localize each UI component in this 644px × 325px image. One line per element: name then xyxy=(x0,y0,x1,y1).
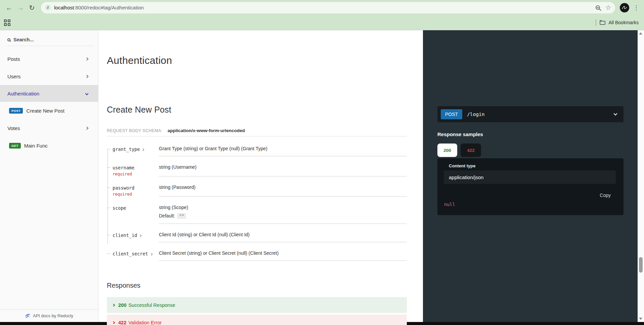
sample-block: Content type application/json Copy null xyxy=(437,158,624,215)
field-description: Client Id (string) or Client Id (null) (… xyxy=(159,232,407,242)
browser-menu-icon[interactable]: ⋮ xyxy=(633,4,639,11)
page-scrollbar xyxy=(638,30,644,322)
field-description: Client Secret (string) or Client Secret … xyxy=(159,250,407,261)
field-name: scope xyxy=(107,205,159,224)
copy-button[interactable]: Copy xyxy=(600,193,611,198)
url-text[interactable]: localhost:8000/redoc#tag/Authentication xyxy=(54,5,144,10)
responses-title: Responses xyxy=(107,282,407,289)
field-name[interactable]: client_secret xyxy=(107,250,159,261)
site-info-icon[interactable]: i xyxy=(45,5,51,10)
tab-200[interactable]: 200 xyxy=(437,144,457,157)
response-row-200[interactable]: 200 Successful Response xyxy=(107,297,407,313)
default-value-chip: "" xyxy=(177,213,186,219)
sample-code: null xyxy=(437,202,624,207)
forward-button[interactable]: → xyxy=(15,2,26,13)
chevron-right-icon xyxy=(85,126,89,130)
expand-chevron-icon xyxy=(112,303,115,306)
scroll-up-arrow[interactable] xyxy=(639,32,642,35)
content-type-label: Content type xyxy=(449,163,624,168)
browser-chrome: ← → ↻ i localhost:8000/redoc#tag/Authent… xyxy=(0,0,644,30)
redocly-logo-icon xyxy=(25,313,31,318)
operation-title: Create New Post xyxy=(107,105,407,115)
tab-groups-icon[interactable] xyxy=(4,19,10,26)
address-bar[interactable]: i localhost:8000/redoc#tag/Authenticatio… xyxy=(41,2,615,13)
chevron-right-icon xyxy=(85,75,89,78)
sidebar-nav: Posts Users Authentication POST Create N… xyxy=(0,50,98,154)
expand-chevron-icon xyxy=(142,149,144,151)
get-method-badge: GET xyxy=(9,143,21,149)
request-body-schema: REQUEST BODY SCHEMA: application/x-www-f… xyxy=(107,128,407,133)
sample-tabs: 200 422 xyxy=(437,144,624,157)
right-panel: POST /login Response samples 200 422 Con… xyxy=(423,30,638,322)
sidebar-item-authentication[interactable]: Authentication xyxy=(0,85,98,102)
endpoint-bar[interactable]: POST /login xyxy=(437,106,624,122)
scroll-thumb[interactable] xyxy=(639,257,643,273)
response-label: Successful Response xyxy=(128,302,175,308)
bookmark-star-icon[interactable]: ☆ xyxy=(605,4,611,11)
content-type-select[interactable]: application/json xyxy=(444,170,616,184)
field-row-grant-type: grant_type Grant Type (string) or Grant … xyxy=(107,146,407,156)
schema-label: REQUEST BODY SCHEMA: xyxy=(107,128,162,133)
required-label: required xyxy=(113,172,159,176)
post-method-badge: POST xyxy=(9,108,23,114)
sidebar-item-votes[interactable]: Votes xyxy=(0,119,98,137)
field-row-client-id: client_id Client Id (string) or Client I… xyxy=(107,232,407,242)
field-row-username: username required string (Username) xyxy=(107,164,407,176)
reload-button[interactable]: ↻ xyxy=(26,2,38,13)
response-row-422[interactable]: 422 Validation Error xyxy=(107,315,407,325)
bookmarks-bar: All Bookmarks xyxy=(0,15,644,30)
schema-divider xyxy=(107,136,407,136)
fields-table: grant_type Grant Type (string) or Grant … xyxy=(107,146,407,261)
bookmarks-divider xyxy=(596,19,596,26)
profile-avatar[interactable] xyxy=(620,3,629,12)
folder-icon xyxy=(600,21,605,25)
field-name[interactable]: grant_type xyxy=(107,146,159,156)
search-input[interactable] xyxy=(13,37,74,42)
search-icon xyxy=(7,38,10,41)
field-description: string (Username) xyxy=(159,164,407,176)
chevron-down-icon xyxy=(613,112,617,115)
tab-422[interactable]: 422 xyxy=(461,144,481,157)
sidebar-item-create-new-post[interactable]: POST Create New Post xyxy=(0,102,98,119)
endpoint-path: /login xyxy=(467,112,484,117)
response-code: 200 xyxy=(118,302,126,308)
required-label: required xyxy=(113,192,159,197)
field-default: Default:"" xyxy=(159,213,407,219)
sidebar-item-posts[interactable]: Posts xyxy=(0,50,98,68)
sidebar: Posts Users Authentication POST Create N… xyxy=(0,30,98,322)
expand-chevron-icon xyxy=(150,253,153,255)
browser-toolbar: ← → ↻ i localhost:8000/redoc#tag/Authent… xyxy=(0,0,644,15)
redoc-page: Posts Users Authentication POST Create N… xyxy=(0,30,644,322)
response-code: 422 xyxy=(118,320,126,325)
field-name: username required xyxy=(107,164,159,176)
response-label: Validation Error xyxy=(128,320,162,325)
tree-line xyxy=(108,149,108,244)
page-title: Authentication xyxy=(107,55,407,66)
expand-chevron-icon xyxy=(139,235,141,237)
field-row-client-secret: client_secret Client Secret (string) or … xyxy=(107,250,407,261)
search-box[interactable] xyxy=(7,34,94,46)
back-button[interactable]: ← xyxy=(3,2,15,13)
redocly-footer-link[interactable]: API docs by Redocly xyxy=(0,309,98,322)
chevron-right-icon xyxy=(85,57,89,60)
chevron-down-icon xyxy=(85,92,89,95)
field-row-password: password required string (Password) xyxy=(107,185,407,197)
scroll-down-arrow[interactable] xyxy=(639,318,642,320)
request-content-type: application/x-www-form-urlencoded xyxy=(168,128,245,133)
method-badge: POST xyxy=(441,109,462,119)
field-name: password required xyxy=(107,185,159,197)
sidebar-item-main-func[interactable]: GET Main Func xyxy=(0,137,98,154)
field-row-scope: scope string (Scope) Default:"" xyxy=(107,205,407,224)
field-description: Grant Type (string) or Grant Type (null)… xyxy=(159,146,407,156)
expand-chevron-icon xyxy=(112,321,115,324)
doc-content: Authentication Create New Post REQUEST B… xyxy=(98,30,423,322)
sidebar-item-users[interactable]: Users xyxy=(0,68,98,85)
response-samples-title: Response samples xyxy=(437,131,624,137)
field-description: string (Password) xyxy=(159,185,407,197)
all-bookmarks-label[interactable]: All Bookmarks xyxy=(609,20,639,25)
field-name[interactable]: client_id xyxy=(107,232,159,242)
field-description: string (Scope) Default:"" xyxy=(159,205,407,224)
zoom-out-icon[interactable] xyxy=(596,5,600,10)
